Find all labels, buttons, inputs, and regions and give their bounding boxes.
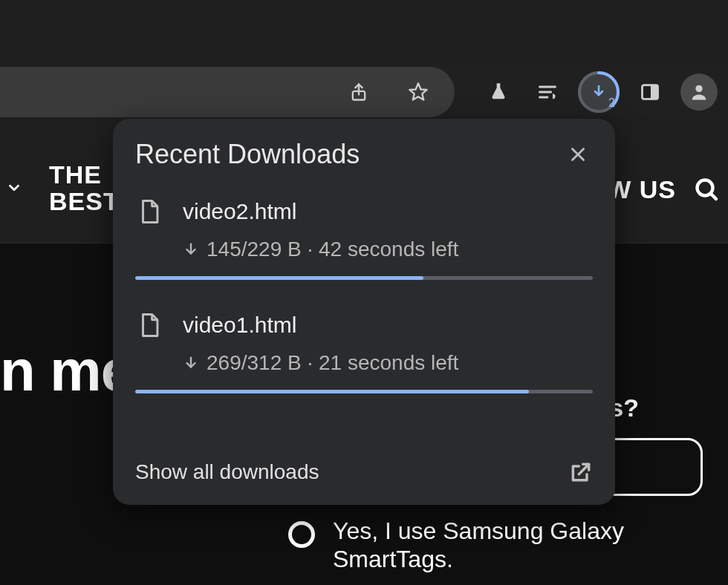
open-external-icon[interactable] [569,460,593,484]
poll-option[interactable]: Yes, I use Samsung Galaxy SmartTags. [264,517,703,574]
downloads-popup: Recent Downloads video2.html 145/229 B ·… [113,119,615,505]
bookmark-star-icon[interactable] [400,73,437,111]
svg-line-12 [711,194,717,200]
popup-title: Recent Downloads [135,139,360,170]
nav-item-label: THE [49,162,120,189]
download-progress-fill [135,390,529,393]
downloads-count-badge: 2 [608,97,615,110]
download-arrow-icon [183,241,199,258]
side-panel-icon[interactable] [631,73,669,111]
download-filename: video2.html [183,199,296,224]
nav-item-the-best[interactable]: THE BEST [49,162,120,215]
profile-avatar-icon[interactable] [680,73,718,111]
download-progress-fill [135,276,423,280]
svg-marker-1 [409,83,426,99]
download-status: 145/229 B · 42 seconds left [207,238,458,261]
svg-rect-9 [651,85,657,99]
address-bar[interactable] [0,67,455,117]
file-icon [138,313,160,338]
show-all-downloads-link[interactable]: Show all downloads [135,460,319,484]
downloads-button[interactable]: 2 [578,71,620,113]
file-icon [138,199,160,224]
radio-icon[interactable] [288,521,315,548]
download-progress-bar [135,276,593,280]
nav-item-label: BEST [49,189,120,215]
search-icon[interactable] [694,177,721,206]
download-arrow-icon [183,355,199,371]
share-icon[interactable] [340,73,377,111]
download-progress-bar [135,390,593,393]
download-status: 269/312 B · 21 seconds left [207,351,458,375]
download-item[interactable]: video2.html 145/229 B · 42 seconds left [135,190,593,290]
download-item[interactable]: video1.html 269/312 B · 21 seconds left [135,304,593,404]
browser-toolbar: 2 [0,67,728,117]
download-filename: video1.html [183,313,296,338]
poll-option-label: Yes, I use Samsung Galaxy SmartTags. [333,517,703,574]
svg-point-10 [695,85,702,92]
media-queue-icon[interactable] [529,73,566,111]
window-titlebar [0,0,728,67]
chevron-down-icon[interactable] [6,180,22,199]
labs-flask-icon[interactable] [480,73,517,111]
nav-item-follow-us-partial[interactable]: W US [607,175,676,204]
close-button[interactable] [563,140,593,169]
